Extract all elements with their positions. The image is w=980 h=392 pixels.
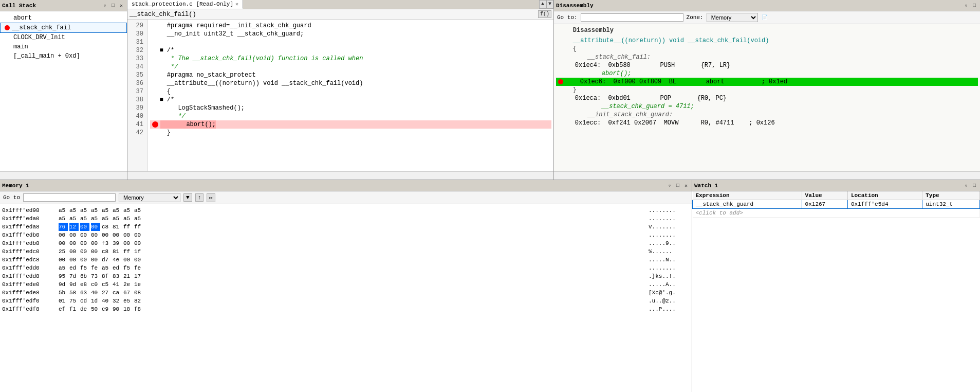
float-icon[interactable]: □ xyxy=(109,2,117,9)
memory-row[interactable]: 0x1fff'edb800000000f3390000.....9.. xyxy=(2,239,690,247)
memory-row[interactable]: 0x1fff'edb00000000000000000........ xyxy=(2,231,690,239)
memory-byte[interactable]: 00 xyxy=(91,223,100,231)
memory-byte[interactable]: 00 xyxy=(80,247,89,256)
memory-goto-input[interactable] xyxy=(23,193,116,202)
memory-byte[interactable]: 21 xyxy=(123,272,133,280)
memory-byte[interactable]: c8 xyxy=(102,247,111,256)
call-stack-item[interactable]: abort xyxy=(0,13,127,23)
memory-byte[interactable]: cd xyxy=(80,297,89,305)
code-line[interactable]: } xyxy=(150,129,551,137)
memory-byte[interactable]: 00 xyxy=(91,247,100,256)
memory-byte[interactable]: 41 xyxy=(113,280,122,289)
memory-byte[interactable]: fe xyxy=(134,264,143,272)
memory-byte[interactable]: a5 xyxy=(91,206,100,215)
memory-byte[interactable]: 18 xyxy=(123,305,133,313)
memory-byte[interactable]: 00 xyxy=(134,256,143,264)
source-scroll-down[interactable]: ▼ xyxy=(546,0,553,9)
memory-byte[interactable]: 00 xyxy=(80,231,89,239)
memory-byte[interactable]: 00 xyxy=(80,239,89,247)
memory-byte[interactable]: 58 xyxy=(69,289,79,297)
memory-byte[interactable]: 1e xyxy=(134,280,143,289)
memory-byte[interactable]: 25 xyxy=(59,247,68,256)
memory-byte[interactable]: 7d xyxy=(69,272,79,280)
memory-byte[interactable]: a5 xyxy=(113,215,122,223)
memory-row[interactable]: 0x1fff'eda0a5a5a5a5a5a5a5a5........ xyxy=(2,215,690,223)
memory-row[interactable]: 0x1fff'eda876120000c881ffffv....... xyxy=(2,223,690,231)
memory-nav-btn[interactable]: ↑ xyxy=(195,193,204,202)
memory-byte[interactable]: a5 xyxy=(69,206,79,215)
memory-byte[interactable]: 1d xyxy=(91,297,100,305)
memory-byte[interactable]: 75 xyxy=(69,297,79,305)
watch-cell-value[interactable]: 0x1267 xyxy=(802,200,847,209)
memory-byte[interactable]: ed xyxy=(69,264,79,272)
memory-row[interactable]: 0x1fff'ede85b58634027ca6708[Xc@'.g. xyxy=(2,289,690,297)
memory-byte[interactable]: a5 xyxy=(59,264,68,272)
call-stack-item[interactable]: main xyxy=(0,42,127,51)
memory-row[interactable]: 0x1fff'edc800000000d74e0000.....N.. xyxy=(2,256,690,264)
memory-byte[interactable]: ff xyxy=(123,247,133,256)
code-line[interactable]: * The __stack_chk_fail(void) function is… xyxy=(150,55,551,63)
disasm-zone-select[interactable]: Memory xyxy=(707,13,758,22)
memory-byte[interactable]: 81 xyxy=(113,247,122,256)
watch-add-label[interactable]: <click to add> xyxy=(693,209,980,218)
memory-byte[interactable]: 00 xyxy=(91,231,100,239)
watch-float-icon[interactable]: □ xyxy=(971,182,978,189)
memory-byte[interactable]: 00 xyxy=(102,231,111,239)
call-stack-item[interactable]: CLOCK_DRV_Init xyxy=(0,33,127,42)
disasm-goto-input[interactable] xyxy=(581,13,683,22)
source-tab-close[interactable]: ✕ xyxy=(235,1,238,7)
watch-row[interactable]: __stack_chk_guard0x12670x1fff'e5d4uint32… xyxy=(693,200,980,209)
memory-byte[interactable]: 5b xyxy=(59,289,68,297)
memory-byte[interactable]: 82 xyxy=(134,297,143,305)
code-line[interactable]: ■ /* xyxy=(150,46,551,55)
memory-byte[interactable]: 27 xyxy=(102,289,111,297)
memory-byte[interactable]: f3 xyxy=(102,239,111,247)
source-scroll-up[interactable]: ▲ xyxy=(539,0,546,9)
memory-byte[interactable]: 50 xyxy=(91,305,100,313)
memory-pin-icon[interactable]: ▿ xyxy=(666,182,673,189)
memory-byte[interactable]: 00 xyxy=(59,256,68,264)
memory-byte[interactable]: 9d xyxy=(59,280,68,289)
memory-byte[interactable]: 40 xyxy=(102,297,111,305)
memory-byte[interactable]: a5 xyxy=(69,215,79,223)
memory-byte[interactable]: a5 xyxy=(102,206,111,215)
memory-byte[interactable]: 83 xyxy=(113,272,122,280)
memory-float-icon[interactable]: □ xyxy=(674,182,681,189)
memory-row[interactable]: 0x1fff'edf8eff1de50c99018f8...P.... xyxy=(2,305,690,313)
memory-byte[interactable]: 00 xyxy=(91,256,100,264)
memory-row[interactable]: 0x1fff'edc025000000c881ff1f%...... xyxy=(2,247,690,256)
call-stack-item[interactable]: [_call_main + 0xd] xyxy=(0,51,127,61)
memory-byte[interactable]: ff xyxy=(123,223,133,231)
pin-icon[interactable]: ▿ xyxy=(101,2,108,9)
memory-byte[interactable]: a5 xyxy=(123,215,133,223)
memory-byte[interactable]: c0 xyxy=(91,280,100,289)
memory-byte[interactable]: 00 xyxy=(91,239,100,247)
memory-byte[interactable]: 00 xyxy=(69,256,79,264)
code-area[interactable]: #pragma required=__init_stack_chk_guard … xyxy=(148,20,553,171)
memory-byte[interactable]: fe xyxy=(91,264,100,272)
memory-row[interactable]: 0x1fff'edf00175cd1d4032e582.u..@2.. xyxy=(2,297,690,305)
memory-byte[interactable]: d7 xyxy=(102,256,111,264)
watch-cell-location[interactable]: 0x1fff'e5d4 xyxy=(847,200,922,209)
memory-byte[interactable]: a5 xyxy=(102,215,111,223)
memory-byte[interactable]: 00 xyxy=(80,256,89,264)
code-line[interactable]: { xyxy=(150,87,551,96)
memory-byte[interactable]: f5 xyxy=(80,264,89,272)
memory-byte[interactable]: a5 xyxy=(91,215,100,223)
memory-byte[interactable]: a5 xyxy=(59,215,68,223)
disasm-pin-icon[interactable]: ▿ xyxy=(963,2,970,9)
watch-cell-type[interactable]: uint32_t xyxy=(922,200,980,209)
memory-byte[interactable]: 39 xyxy=(113,239,122,247)
memory-byte[interactable]: 76 xyxy=(59,223,68,231)
memory-byte[interactable]: de xyxy=(80,305,89,313)
memory-byte[interactable]: a5 xyxy=(102,264,111,272)
memory-byte[interactable]: 73 xyxy=(91,272,100,280)
memory-row[interactable]: 0x1fff'edd8957d6b738f832117.}ks..!. xyxy=(2,272,690,280)
memory-byte[interactable]: 00 xyxy=(123,239,133,247)
memory-row[interactable]: 0x1fff'edd0a5edf5fea5edf5fe........ xyxy=(2,264,690,272)
memory-byte[interactable]: a5 xyxy=(123,206,133,215)
memory-byte[interactable]: 90 xyxy=(113,305,122,313)
memory-byte[interactable]: f1 xyxy=(69,305,79,313)
memory-byte[interactable]: e5 xyxy=(123,297,133,305)
code-line[interactable]: */ xyxy=(150,112,551,120)
